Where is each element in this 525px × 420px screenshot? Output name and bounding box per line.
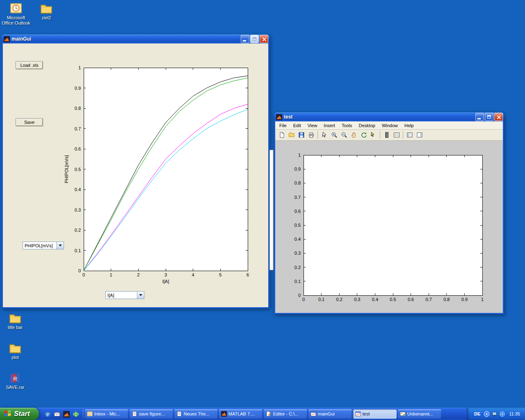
menu-file[interactable]: File — [276, 122, 290, 129]
edit-arrow-icon[interactable] — [320, 130, 329, 139]
save-icon[interactable] — [297, 130, 306, 139]
chevron-down-icon[interactable] — [57, 242, 64, 249]
menu-edit[interactable]: Edit — [290, 122, 304, 129]
start-button[interactable]: Start — [0, 408, 39, 420]
language-indicator[interactable]: DE — [473, 411, 482, 417]
mail-icon[interactable] — [54, 410, 60, 418]
insert-legend-icon[interactable] — [392, 130, 401, 139]
save-button[interactable]: Save — [16, 118, 43, 126]
restore-button[interactable] — [485, 113, 493, 121]
close-button[interactable] — [260, 35, 268, 43]
close-button[interactable] — [494, 113, 503, 121]
show-plot-tools-icon[interactable] — [415, 130, 424, 139]
svg-text:0.3: 0.3 — [354, 297, 360, 302]
folder-icon — [40, 2, 52, 14]
test-titlebar[interactable]: test — [274, 112, 504, 121]
minimize-icon — [243, 40, 246, 41]
menu-window[interactable]: Window — [379, 122, 401, 129]
test-window-title: test — [284, 114, 475, 120]
svg-text:0.9: 0.9 — [294, 167, 301, 171]
taskbar-clock: 11:35 — [509, 411, 520, 416]
desktop-icon-label: ziel2 — [32, 15, 61, 21]
desktop-icon-label: SAVE.rar — [1, 385, 30, 390]
menu-help[interactable]: Help — [401, 122, 417, 129]
svg-text:0.9: 0.9 — [461, 297, 468, 302]
desktop-icon-outlook[interactable]: Microsoft Office Outlook — [2, 2, 30, 25]
new-document-icon[interactable] — [277, 130, 286, 139]
chevron-icon[interactable] — [484, 410, 490, 418]
start-label: Start — [14, 410, 30, 418]
desktop-icon-ziel2[interactable]: ziel2 — [32, 2, 61, 21]
matlab-icon — [4, 35, 10, 43]
svg-text:0.7: 0.7 — [294, 195, 301, 200]
taskbar-button-matlab-7[interactable]: MATLAB 7.... — [219, 409, 262, 419]
open-folder-icon[interactable] — [287, 130, 296, 139]
internet-explorer-icon[interactable]: e — [44, 410, 51, 418]
load-xls-button[interactable]: Load .xls — [16, 61, 43, 69]
svg-text:0.6: 0.6 — [294, 209, 301, 214]
test-window: test FileEditViewInsertToolsDesktopWindo… — [274, 112, 504, 314]
svg-text:0: 0 — [78, 268, 81, 273]
menu-insert[interactable]: Insert — [320, 122, 338, 129]
desktop-icon-save-rar[interactable]: R SAVE.rar — [1, 372, 30, 390]
taskbar-button-save-figure[interactable]: save figure... — [130, 409, 173, 419]
test-plot-axes: 00.10.20.30.40.50.60.70.80.9100.10.20.30… — [282, 149, 500, 309]
menu-tools[interactable]: Tools — [338, 122, 356, 129]
toolbar-separator — [317, 131, 318, 139]
menu-view[interactable]: View — [304, 122, 321, 129]
data-cursor-icon[interactable] — [369, 130, 378, 139]
desktop-icon-plot[interactable]: plot — [1, 342, 30, 360]
toolbar-separator — [380, 131, 380, 139]
quick-launch: e — [41, 409, 83, 419]
desktop-icon-label: plot — [1, 355, 30, 360]
hide-plot-tools-icon[interactable] — [405, 130, 414, 139]
svg-text:0.8: 0.8 — [294, 180, 301, 185]
restore-icon — [487, 115, 491, 119]
svg-text:1: 1 — [481, 297, 484, 302]
taskbar-button-unbenannt[interactable]: Unbenannt... — [398, 409, 441, 419]
minimize-button[interactable] — [241, 35, 249, 43]
folder-icon — [9, 312, 21, 324]
svg-text:0.5: 0.5 — [75, 167, 81, 172]
print-icon[interactable] — [306, 130, 316, 139]
maximize-button[interactable] — [250, 35, 259, 43]
svg-text:0: 0 — [298, 293, 301, 298]
taskbar-button-maingui[interactable]: mainGui — [308, 409, 352, 419]
svg-text:4: 4 — [192, 272, 194, 277]
taskbar-button-test[interactable]: test — [353, 409, 397, 419]
svg-text:0.2: 0.2 — [75, 228, 81, 233]
minimize-button[interactable] — [475, 113, 484, 121]
x-variable-dropdown[interactable]: I[A] — [105, 291, 144, 299]
maximize-icon — [253, 37, 256, 41]
svg-text:0.8: 0.8 — [443, 297, 450, 302]
maingui-slider[interactable] — [269, 150, 274, 270]
insert-colorbar-icon[interactable] — [382, 130, 391, 139]
taskbar-button-editor-c[interactable]: Editor - C:\... — [264, 409, 307, 419]
y-variable-dropdown[interactable]: PHIPOL[mVs] — [23, 242, 64, 249]
zoom-in-icon[interactable] — [329, 130, 339, 139]
zoom-out-icon[interactable] — [339, 130, 349, 139]
figure-toolbar — [275, 130, 503, 141]
tray-ball-icon[interactable] — [499, 410, 505, 418]
svg-text:0.7: 0.7 — [426, 297, 432, 302]
svg-text:2: 2 — [137, 272, 139, 277]
pan-icon[interactable] — [349, 130, 358, 139]
tray-monitor-icon[interactable] — [491, 410, 498, 418]
svg-text:0.1: 0.1 — [294, 279, 301, 284]
rotate-3d-icon[interactable] — [359, 130, 368, 139]
taskbar-button-neues-the[interactable]: Neues The... — [174, 409, 218, 419]
maingui-titlebar[interactable]: mainGui — [2, 34, 269, 43]
toolbar-separator — [403, 131, 403, 139]
svg-text:5: 5 — [219, 272, 221, 277]
desktop-icon-label: Microsoft Office Outlook — [2, 15, 30, 25]
taskbar-button-inbox-mic[interactable]: Inbox - Mic... — [85, 409, 128, 419]
svg-text:0: 0 — [82, 272, 85, 277]
svg-text:0.3: 0.3 — [294, 251, 301, 256]
svg-text:0.7: 0.7 — [75, 126, 81, 131]
browser-icon[interactable] — [73, 410, 79, 418]
chevron-down-icon[interactable] — [137, 292, 144, 299]
svg-text:1: 1 — [298, 153, 301, 158]
matlab-icon[interactable] — [63, 410, 70, 418]
menu-desktop[interactable]: Desktop — [356, 122, 379, 129]
desktop-icon-title-bar[interactable]: title bar — [1, 312, 30, 330]
